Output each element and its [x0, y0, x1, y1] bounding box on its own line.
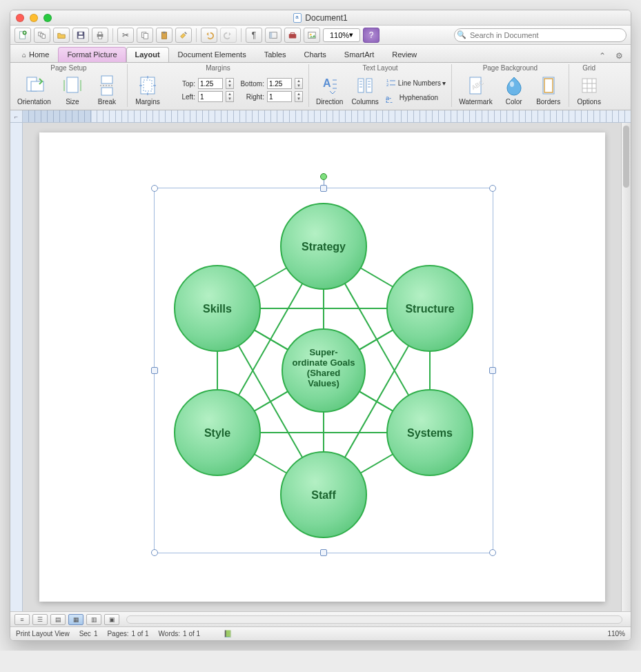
margin-top-input[interactable] — [198, 78, 223, 89]
watermark-button[interactable]: ABC Watermark — [457, 73, 494, 107]
svg-rect-10 — [98, 36, 101, 39]
margin-fields: Top: ▲▼ Bottom: ▲▼ Left: ▲▼ Right: ▲▼ — [168, 78, 303, 102]
svg-rect-25 — [101, 88, 112, 95]
ruler-corner[interactable]: ⌐ — [10, 110, 23, 122]
direction-button[interactable]: A Direction — [315, 73, 344, 107]
horizontal-scrollbar[interactable] — [126, 615, 622, 624]
open-button[interactable] — [53, 28, 70, 43]
close-window-button[interactable] — [16, 14, 24, 22]
resize-handle-s[interactable] — [320, 549, 327, 556]
status-zoom[interactable]: 110% — [607, 630, 625, 638]
cut-button[interactable]: ✂ — [117, 28, 134, 43]
svg-rect-24 — [101, 76, 112, 83]
status-view-label: Print Layout View — [16, 630, 70, 638]
resize-handle-n[interactable] — [320, 185, 327, 192]
margins-button[interactable]: Margins — [133, 73, 162, 107]
tab-document-elements[interactable]: Document Elements — [169, 47, 255, 62]
margin-bottom-stepper[interactable]: ▲▼ — [295, 78, 303, 89]
svg-rect-23 — [67, 77, 78, 92]
view-publishing-button[interactable]: ▤ — [50, 614, 66, 625]
margin-right-input[interactable] — [267, 91, 292, 102]
spellcheck-icon[interactable]: 📗 — [224, 630, 232, 638]
group-label: Grid — [575, 64, 604, 73]
titlebar: Document1 — [10, 10, 631, 26]
horizontal-ruler-row: ⌐ — [10, 110, 631, 123]
horizontal-ruler[interactable] — [23, 110, 631, 122]
svg-rect-4 — [42, 34, 45, 38]
minimize-window-button[interactable] — [30, 14, 38, 22]
view-draft-button[interactable]: ≡ — [14, 614, 30, 625]
collapse-ribbon-button[interactable]: ⌃ — [596, 50, 609, 62]
tab-format-picture[interactable]: Format Picture — [58, 47, 126, 62]
ribbon-settings-button[interactable]: ⚙ — [613, 50, 625, 62]
page-borders-button[interactable]: Borders — [534, 73, 563, 107]
vertical-scrollbar[interactable] — [621, 123, 631, 611]
undo-button[interactable] — [201, 28, 217, 43]
columns-button[interactable]: Columns — [350, 73, 379, 107]
rotate-handle[interactable] — [320, 173, 327, 180]
view-outline-button[interactable]: ☰ — [32, 614, 48, 625]
toolbox-button[interactable] — [284, 28, 301, 43]
margin-top-stepper[interactable]: ▲▼ — [226, 78, 234, 89]
format-painter-button[interactable] — [175, 28, 192, 43]
paste-button[interactable] — [156, 28, 172, 43]
sidebar-toggle-button[interactable] — [265, 28, 282, 43]
margin-left-input[interactable] — [198, 91, 223, 102]
tab-home[interactable]: ⌂Home — [13, 47, 58, 62]
line-numbers-button[interactable]: 12 Line Numbers ▾ — [386, 78, 446, 89]
resize-handle-e[interactable] — [489, 367, 496, 374]
orientation-button[interactable]: Orientation — [16, 73, 52, 107]
status-words-label: Words: — [159, 630, 181, 638]
quick-access-toolbar: ✂ ¶ 110% ▾ ? 🔍 — [10, 26, 631, 45]
margin-left-stepper[interactable]: ▲▼ — [226, 91, 234, 102]
home-icon: ⌂ — [22, 51, 26, 59]
grid-options-button[interactable]: Options — [575, 73, 604, 107]
resize-handle-se[interactable] — [489, 549, 496, 556]
break-button[interactable]: Break — [92, 73, 121, 107]
group-label: Page Background — [457, 64, 563, 73]
resize-handle-sw[interactable] — [151, 549, 158, 556]
svg-rect-18 — [290, 32, 294, 34]
copy-button[interactable] — [137, 28, 153, 43]
svg-rect-30 — [366, 79, 372, 92]
status-pages-label: Pages: — [107, 630, 128, 638]
margin-right-stepper[interactable]: ▲▼ — [295, 91, 303, 102]
search-input[interactable] — [454, 28, 627, 42]
print-button[interactable] — [92, 28, 108, 43]
zoom-combo[interactable]: 110% ▾ — [323, 28, 360, 42]
status-sec-value: 1 — [94, 630, 98, 638]
tab-layout[interactable]: Layout — [126, 47, 169, 62]
ribbon: Page Setup Orientation Size Break Margin… — [10, 63, 631, 110]
new-document-button[interactable] — [14, 28, 31, 43]
help-button[interactable]: ? — [363, 28, 379, 43]
group-page-setup: Page Setup Orientation Size Break — [10, 64, 128, 107]
group-label: Page Setup — [16, 64, 121, 73]
selection-box[interactable] — [154, 188, 493, 553]
templates-button[interactable] — [34, 28, 50, 43]
document-canvas[interactable]: Strategy Structure Systems Staff — [23, 123, 621, 611]
resize-handle-w[interactable] — [151, 367, 158, 374]
status-pages-value: 1 of 1 — [132, 630, 149, 638]
media-browser-button[interactable] — [304, 28, 320, 43]
tab-charts[interactable]: Charts — [295, 47, 335, 62]
resize-handle-ne[interactable] — [489, 185, 496, 192]
zoom-window-button[interactable] — [43, 14, 52, 22]
tab-smartart[interactable]: SmartArt — [335, 47, 383, 62]
svg-rect-9 — [98, 32, 101, 34]
hyphenation-button[interactable]: a-bc Hyphenation — [386, 93, 446, 103]
view-notebook-button[interactable]: ▥ — [86, 614, 101, 625]
margin-bottom-input[interactable] — [267, 78, 292, 89]
show-formatting-button[interactable]: ¶ — [246, 28, 262, 43]
view-print-layout-button[interactable]: ▦ — [68, 614, 83, 625]
save-button[interactable] — [72, 28, 89, 43]
page-color-button[interactable]: Color — [500, 73, 529, 107]
tab-review[interactable]: Review — [383, 47, 426, 62]
resize-handle-nw[interactable] — [151, 185, 158, 192]
view-bar: ≡ ☰ ▤ ▦ ▥ ▣ — [10, 611, 631, 626]
view-focus-button[interactable]: ▣ — [104, 614, 119, 625]
svg-rect-7 — [79, 32, 82, 34]
tab-tables[interactable]: Tables — [255, 47, 295, 62]
vertical-ruler[interactable] — [10, 123, 23, 611]
size-button[interactable]: Size — [58, 73, 87, 107]
redo-button[interactable] — [220, 28, 237, 43]
